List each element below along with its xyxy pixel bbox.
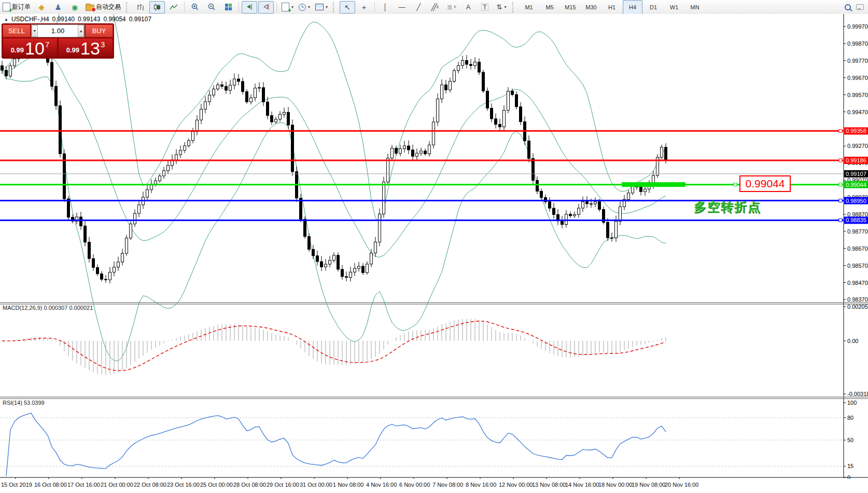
price-axis-tick: 0.98770: [847, 228, 868, 235]
tile-windows-icon: [225, 4, 232, 10]
timeframe-m30-button[interactable]: M30: [581, 0, 601, 15]
timeframe-h4-button[interactable]: H4: [623, 0, 642, 15]
price-axis-tick: 0.99470: [847, 109, 868, 115]
clock-icon: [299, 4, 306, 11]
text-label-button[interactable]: T: [477, 1, 493, 13]
time-label: 12 Nov 00:00: [499, 482, 533, 488]
diamond-icon: ◆: [38, 3, 45, 11]
volume-up-button[interactable]: ▲: [78, 25, 84, 37]
price-annotation-box[interactable]: 0.99044: [739, 175, 791, 192]
macd-axis-tick: -0.003187: [847, 391, 868, 397]
ohlc-high: 0.99143: [78, 16, 100, 23]
autotrading-icon: [86, 5, 94, 11]
price-axis-tick: 0.98570: [847, 263, 868, 269]
chat-icon[interactable]: [856, 4, 864, 10]
buy-button[interactable]: BUY: [85, 24, 113, 37]
time-label: 14 Nov 16:00: [565, 482, 599, 488]
candlestick-chart-button[interactable]: [149, 1, 165, 13]
toolbar-grip: [126, 2, 131, 12]
toolbar-separator: [276, 2, 277, 12]
autotrading-label: 自动交易: [96, 3, 121, 11]
rsi-axis-tick: 0: [847, 474, 850, 479]
timeframe-w1-button[interactable]: W1: [664, 0, 684, 15]
timeframe-group: M1M5M15M30H1H4D1W1MN: [519, 0, 705, 15]
timeframe-m15-button[interactable]: M15: [561, 0, 580, 15]
volume-down-button[interactable]: ▼: [32, 25, 38, 37]
cursor-button[interactable]: ↖: [340, 1, 355, 13]
autotrading-button[interactable]: 自动交易: [83, 1, 123, 13]
new-chart-button[interactable]: +▾: [279, 1, 296, 13]
templates-button[interactable]: ▾: [313, 1, 330, 13]
bar-chart-icon: [136, 4, 145, 11]
channel-button[interactable]: ╱╱E: [427, 1, 443, 13]
signals-button[interactable]: ◉: [67, 1, 82, 13]
price-axis-tag: 0.98950: [846, 198, 866, 204]
ohlc-open: 0.99140: [52, 16, 75, 23]
toolbar-separator: [374, 2, 375, 12]
zoom-in-button[interactable]: [187, 1, 203, 13]
time-label: 4 Nov 16:00: [366, 482, 397, 488]
time-label: 7 Nov 08:00: [432, 482, 463, 488]
price-axis-tick: 0.99770: [847, 58, 868, 64]
turning-point-note[interactable]: 多空转折点: [694, 199, 761, 215]
price-axis-tick: 0.98370: [847, 296, 868, 303]
sell-price[interactable]: 0.99 10 7: [3, 38, 58, 58]
bar-chart-button[interactable]: [133, 1, 148, 13]
volume-input[interactable]: [38, 25, 78, 37]
auto-scroll-button[interactable]: [242, 1, 257, 13]
trendline-button[interactable]: ╱: [411, 1, 426, 13]
time-label: 20 Nov 16:00: [665, 482, 698, 488]
chart-shift-button[interactable]: [258, 1, 274, 13]
chevron-down-icon: ▾: [504, 5, 506, 9]
metaeditor-button[interactable]: ◆: [34, 1, 49, 13]
new-order-button[interactable]: + 新订单: [1, 1, 33, 13]
arrows-icon: ⇅: [497, 4, 502, 10]
time-label: 23 Oct 16:00: [167, 482, 200, 488]
arrows-button[interactable]: ⇅▾: [494, 1, 509, 13]
crosshair-button[interactable]: +: [356, 1, 372, 13]
tile-windows-button[interactable]: [220, 1, 236, 13]
zoom-out-button[interactable]: [204, 1, 219, 13]
fibonacci-button[interactable]: ≣F: [444, 1, 459, 13]
text-button[interactable]: A: [460, 1, 476, 13]
timeframe-d1-button[interactable]: D1: [643, 0, 663, 15]
timeframe-mn-button[interactable]: MN: [685, 0, 705, 15]
sell-button[interactable]: SELL: [3, 24, 31, 37]
price-axis-tick: 0.99570: [847, 92, 868, 98]
search-icon[interactable]: [845, 4, 851, 10]
one-click-trading-panel: SELL ▼ ▲ BUY 0.99 10 7 0.99 13 3: [2, 23, 114, 59]
line-chart-button[interactable]: [166, 1, 181, 13]
periods-button[interactable]: ▾: [297, 1, 312, 13]
time-label: 31 Oct 00:00: [300, 482, 332, 488]
chart-plot[interactable]: 0.999700.998700.997700.996700.995700.994…: [0, 14, 868, 479]
price-axis-tick: 0.99870: [847, 40, 868, 47]
timeframe-h1-button[interactable]: H1: [602, 0, 622, 15]
signal-icon: ◉: [72, 4, 78, 11]
vertical-line-button[interactable]: │: [377, 1, 393, 13]
rsi-axis-tick: 100: [847, 400, 857, 406]
time-label: 15 Oct 2019: [1, 482, 32, 488]
timeframe-m5-button[interactable]: M5: [540, 0, 559, 15]
crosshair-icon: +: [362, 3, 367, 11]
profiles-button[interactable]: ♟: [50, 1, 66, 13]
price-axis-tag: 0.99186: [846, 157, 866, 163]
time-label: 17 Oct 16:00: [67, 482, 100, 488]
price-axis-tick: 0.99670: [847, 75, 868, 81]
time-label: 16 Oct 08:00: [34, 482, 67, 488]
profile-chart-icon: ♟: [54, 3, 61, 11]
buy-price-base: 0.99: [66, 46, 79, 54]
rsi-axis-tick: 80: [847, 415, 853, 421]
template-icon: [315, 4, 324, 10]
sell-price-base: 0.99: [11, 46, 24, 54]
candlestick-icon: [153, 4, 161, 11]
price-axis-tick: 0.99270: [847, 143, 868, 149]
buy-price[interactable]: 0.99 13 3: [58, 38, 113, 58]
text-label-icon: T: [481, 3, 488, 11]
price-axis-tick: 0.99970: [847, 23, 868, 30]
price-axis-tag: 0.98835: [846, 217, 866, 223]
horizontal-line-button[interactable]: —: [394, 1, 410, 13]
time-label: 21 Oct 00:00: [101, 482, 133, 488]
timeframe-m1-button[interactable]: M1: [519, 0, 539, 15]
time-axis: 15 Oct 201916 Oct 08:0017 Oct 16:0021 Oc…: [0, 481, 868, 490]
collapse-panel-icon[interactable]: ▲: [4, 17, 8, 22]
